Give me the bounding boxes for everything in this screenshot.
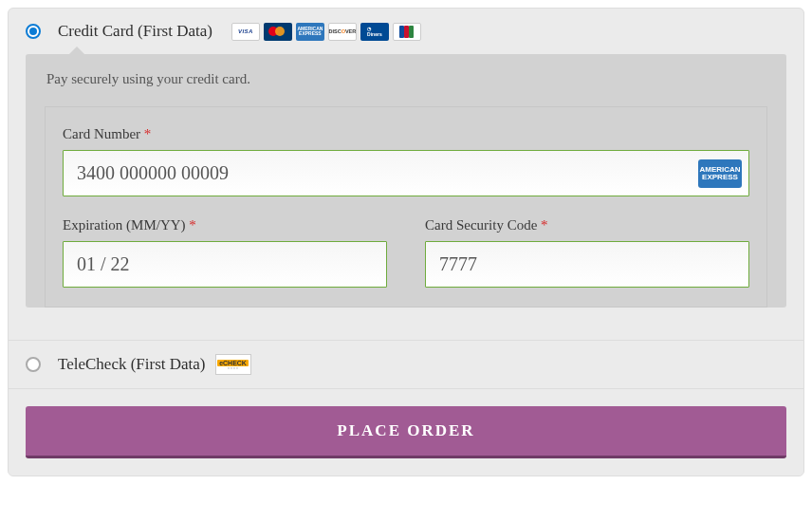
echeck-icon: eCHECK ━━━━ (215, 354, 251, 375)
cvc-label: Card Security Code * (425, 217, 749, 233)
panel-arrow-icon (67, 47, 86, 56)
cvc-label-text: Card Security Code (425, 217, 537, 233)
echeck-logo-text: eCHECK (217, 360, 249, 366)
credit-card-option-header[interactable]: Credit Card (First Data) VISA AMERICANEX… (26, 22, 786, 41)
card-form: Card Number * AMERICANEXPRESS Expiration… (45, 106, 767, 308)
card-number-label: Card Number * (63, 126, 749, 142)
telecheck-option-header[interactable]: TeleCheck (First Data) eCHECK ━━━━ (26, 354, 786, 375)
card-number-label-text: Card Number (63, 126, 140, 141)
mastercard-icon (264, 23, 292, 41)
credit-card-description: Pay securely using your credit card. (26, 54, 786, 97)
amex-icon: AMERICANEXPRESS (296, 23, 324, 41)
place-order-button[interactable]: PLACE ORDER (26, 406, 786, 458)
cvc-input[interactable] (425, 241, 749, 288)
expiration-label: Expiration (MM/YY) * (63, 217, 387, 233)
expiration-input[interactable] (63, 241, 387, 288)
jcb-icon (393, 23, 421, 41)
discover-icon: DISCOVER (328, 23, 357, 41)
payment-option-telecheck: TeleCheck (First Data) eCHECK ━━━━ (9, 341, 803, 388)
detected-amex-icon: AMERICANEXPRESS (698, 159, 742, 188)
payment-methods-panel: Credit Card (First Data) VISA AMERICANEX… (8, 8, 804, 476)
accepted-card-logos: VISA AMERICANEXPRESS DISCOVER ◔Diners (231, 23, 421, 41)
required-asterisk-icon: * (189, 217, 196, 233)
telecheck-radio[interactable] (26, 357, 41, 372)
required-asterisk-icon: * (144, 126, 152, 141)
visa-icon: VISA (231, 23, 260, 41)
payment-option-credit-card: Credit Card (First Data) VISA AMERICANEX… (9, 9, 803, 340)
credit-card-radio[interactable] (26, 24, 41, 39)
expiration-label-text: Expiration (MM/YY) (63, 217, 186, 233)
telecheck-label: TeleCheck (First Data) (58, 355, 206, 374)
diners-icon: ◔Diners (360, 23, 389, 41)
credit-card-label: Credit Card (First Data) (58, 22, 212, 41)
card-number-input[interactable] (63, 150, 749, 196)
credit-card-form-panel: Pay securely using your credit card. Car… (26, 54, 786, 308)
submit-area: PLACE ORDER (9, 388, 803, 475)
required-asterisk-icon: * (541, 217, 548, 233)
